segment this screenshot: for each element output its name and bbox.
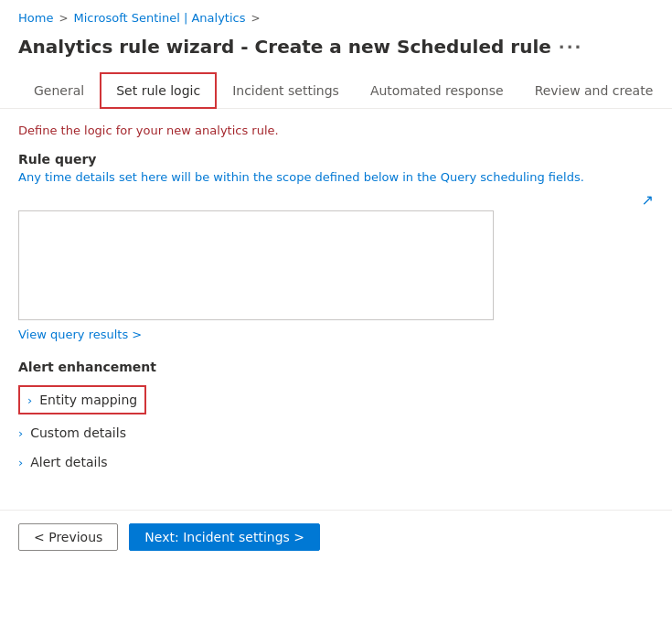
breadcrumb: Home > Microsoft Sentinel | Analytics > (0, 0, 672, 32)
entity-mapping-chevron: › (27, 393, 32, 407)
custom-details-item[interactable]: › Custom details (18, 418, 654, 447)
breadcrumb-sep2: > (251, 12, 260, 25)
previous-button[interactable]: < Previous (18, 523, 118, 551)
query-input[interactable] (18, 210, 494, 320)
alert-enhancement-section: Alert enhancement › Entity mapping › Cus… (18, 360, 654, 477)
alert-details-label: Alert details (30, 455, 107, 469)
tab-set-rule-logic[interactable]: Set rule logic (100, 72, 217, 109)
view-query-results[interactable]: View query results > (18, 328, 654, 341)
alert-details-chevron: › (18, 456, 23, 469)
next-button[interactable]: Next: Incident settings > (129, 523, 320, 551)
page-title: Analytics rule wizard - Create a new Sch… (0, 32, 672, 72)
custom-details-chevron: › (18, 426, 23, 440)
breadcrumb-sentinel[interactable]: Microsoft Sentinel | Analytics (73, 11, 245, 25)
info-text: Define the logic for your new analytics … (18, 124, 654, 137)
alert-details-item[interactable]: › Alert details (18, 447, 654, 477)
tab-incident-settings[interactable]: Incident settings (217, 73, 355, 108)
footer: < Previous Next: Incident settings > (0, 511, 672, 564)
expand-icon[interactable]: ↗ (642, 191, 654, 209)
tab-review-and-create[interactable]: Review and create (519, 73, 669, 108)
rule-query-title: Rule query (18, 152, 654, 167)
custom-details-label: Custom details (30, 425, 126, 440)
tab-automated-response[interactable]: Automated response (355, 73, 519, 108)
expand-icon-container: ↗ (18, 191, 654, 209)
page-title-text: Analytics rule wizard - Create a new Sch… (18, 36, 551, 58)
alert-enhancement-title: Alert enhancement (18, 360, 654, 374)
entity-mapping-item[interactable]: › Entity mapping (18, 385, 146, 414)
entity-mapping-label: Entity mapping (39, 393, 137, 407)
page-title-dots[interactable]: ··· (559, 38, 583, 57)
breadcrumb-home[interactable]: Home (18, 11, 53, 25)
rule-query-subtitle: Any time details set here will be within… (18, 170, 654, 184)
breadcrumb-sep1: > (59, 12, 68, 25)
rule-query-section: Rule query Any time details set here wil… (18, 152, 654, 320)
main-content: Define the logic for your new analytics … (0, 109, 672, 491)
tabs-bar: General Set rule logic Incident settings… (0, 72, 672, 109)
tab-general[interactable]: General (18, 73, 100, 108)
